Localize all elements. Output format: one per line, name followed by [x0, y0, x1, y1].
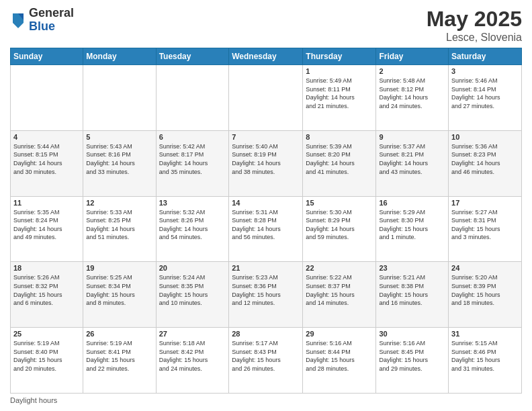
- calendar-table: Sunday Monday Tuesday Wednesday Thursday…: [10, 48, 522, 394]
- calendar-week-row: 11Sunrise: 5:35 AM Sunset: 8:24 PM Dayli…: [11, 196, 522, 262]
- table-row: 20Sunrise: 5:24 AM Sunset: 8:35 PM Dayli…: [156, 262, 229, 328]
- day-number: 16: [379, 199, 445, 207]
- table-row: 17Sunrise: 5:27 AM Sunset: 8:31 PM Dayli…: [449, 196, 522, 262]
- day-number: 13: [159, 199, 226, 207]
- col-thursday: Thursday: [303, 48, 376, 65]
- calendar-header-row: Sunday Monday Tuesday Wednesday Thursday…: [11, 48, 522, 65]
- day-info: Sunrise: 5:44 AM Sunset: 8:15 PM Dayligh…: [13, 142, 80, 176]
- day-info: Sunrise: 5:36 AM Sunset: 8:23 PM Dayligh…: [451, 142, 519, 176]
- day-number: 11: [13, 199, 80, 207]
- day-number: 15: [306, 199, 373, 207]
- day-info: Sunrise: 5:39 AM Sunset: 8:20 PM Dayligh…: [306, 142, 373, 176]
- col-tuesday: Tuesday: [156, 48, 229, 65]
- day-info: Sunrise: 5:33 AM Sunset: 8:25 PM Dayligh…: [86, 208, 152, 242]
- day-info: Sunrise: 5:19 AM Sunset: 8:41 PM Dayligh…: [86, 339, 152, 373]
- day-number: 1: [306, 67, 373, 75]
- logo-general-text: General: [29, 7, 74, 20]
- table-row: 26Sunrise: 5:19 AM Sunset: 8:41 PM Dayli…: [83, 328, 156, 394]
- table-row: 22Sunrise: 5:22 AM Sunset: 8:37 PM Dayli…: [303, 262, 376, 328]
- day-number: 17: [451, 199, 519, 207]
- day-number: 3: [451, 67, 519, 75]
- day-info: Sunrise: 5:19 AM Sunset: 8:40 PM Dayligh…: [13, 339, 80, 373]
- table-row: 3Sunrise: 5:46 AM Sunset: 8:14 PM Daylig…: [449, 65, 522, 131]
- day-number: 12: [86, 199, 152, 207]
- day-number: 30: [379, 330, 445, 338]
- table-row: 28Sunrise: 5:17 AM Sunset: 8:43 PM Dayli…: [229, 328, 303, 394]
- col-monday: Monday: [83, 48, 156, 65]
- day-info: Sunrise: 5:23 AM Sunset: 8:36 PM Dayligh…: [232, 273, 300, 307]
- day-info: Sunrise: 5:29 AM Sunset: 8:30 PM Dayligh…: [379, 208, 445, 242]
- day-info: Sunrise: 5:15 AM Sunset: 8:46 PM Dayligh…: [451, 339, 519, 373]
- day-info: Sunrise: 5:30 AM Sunset: 8:29 PM Dayligh…: [306, 208, 373, 242]
- table-row: 21Sunrise: 5:23 AM Sunset: 8:36 PM Dayli…: [229, 262, 303, 328]
- day-info: Sunrise: 5:46 AM Sunset: 8:14 PM Dayligh…: [451, 77, 519, 110]
- day-info: Sunrise: 5:20 AM Sunset: 8:39 PM Dayligh…: [451, 273, 519, 307]
- day-info: Sunrise: 5:22 AM Sunset: 8:37 PM Dayligh…: [306, 273, 373, 307]
- calendar-week-row: 25Sunrise: 5:19 AM Sunset: 8:40 PM Dayli…: [11, 328, 522, 394]
- day-number: 21: [232, 264, 300, 272]
- calendar-week-row: 18Sunrise: 5:26 AM Sunset: 8:32 PM Dayli…: [11, 262, 522, 328]
- day-info: Sunrise: 5:17 AM Sunset: 8:43 PM Dayligh…: [232, 339, 300, 373]
- table-row: 15Sunrise: 5:30 AM Sunset: 8:29 PM Dayli…: [303, 196, 376, 262]
- col-wednesday: Wednesday: [229, 48, 303, 65]
- day-info: Sunrise: 5:25 AM Sunset: 8:34 PM Dayligh…: [86, 273, 152, 307]
- day-number: 19: [86, 264, 152, 272]
- day-info: Sunrise: 5:21 AM Sunset: 8:38 PM Dayligh…: [379, 273, 445, 307]
- day-number: 20: [159, 264, 226, 272]
- daylight-label: Daylight hours: [10, 396, 57, 404]
- table-row: 7Sunrise: 5:40 AM Sunset: 8:19 PM Daylig…: [229, 130, 303, 196]
- table-row: 14Sunrise: 5:31 AM Sunset: 8:28 PM Dayli…: [229, 196, 303, 262]
- day-info: Sunrise: 5:16 AM Sunset: 8:45 PM Dayligh…: [379, 339, 445, 373]
- generalblue-logo-icon: [10, 11, 26, 30]
- day-info: Sunrise: 5:18 AM Sunset: 8:42 PM Dayligh…: [159, 339, 226, 373]
- day-number: 14: [232, 199, 300, 207]
- day-number: 24: [451, 264, 519, 272]
- logo-blue-text: Blue: [29, 20, 74, 34]
- table-row: 10Sunrise: 5:36 AM Sunset: 8:23 PM Dayli…: [449, 130, 522, 196]
- day-info: Sunrise: 5:32 AM Sunset: 8:26 PM Dayligh…: [159, 208, 226, 242]
- table-row: 25Sunrise: 5:19 AM Sunset: 8:40 PM Dayli…: [11, 328, 83, 394]
- calendar-week-row: 4Sunrise: 5:44 AM Sunset: 8:15 PM Daylig…: [11, 130, 522, 196]
- calendar-week-row: 1Sunrise: 5:49 AM Sunset: 8:11 PM Daylig…: [11, 65, 522, 131]
- day-info: Sunrise: 5:35 AM Sunset: 8:24 PM Dayligh…: [13, 208, 80, 242]
- table-row: 4Sunrise: 5:44 AM Sunset: 8:15 PM Daylig…: [11, 130, 83, 196]
- page: General Blue May 2025 Lesce, Slovenia Su…: [0, 0, 532, 411]
- calendar-location: Lesce, Slovenia: [427, 32, 522, 44]
- table-row: 31Sunrise: 5:15 AM Sunset: 8:46 PM Dayli…: [449, 328, 522, 394]
- day-number: 7: [232, 133, 300, 141]
- day-info: Sunrise: 5:48 AM Sunset: 8:12 PM Dayligh…: [379, 77, 445, 110]
- day-number: 4: [13, 133, 80, 141]
- table-row: 9Sunrise: 5:37 AM Sunset: 8:21 PM Daylig…: [376, 130, 449, 196]
- table-row: 24Sunrise: 5:20 AM Sunset: 8:39 PM Dayli…: [449, 262, 522, 328]
- day-info: Sunrise: 5:40 AM Sunset: 8:19 PM Dayligh…: [232, 142, 300, 176]
- table-row: 19Sunrise: 5:25 AM Sunset: 8:34 PM Dayli…: [83, 262, 156, 328]
- table-row: 29Sunrise: 5:16 AM Sunset: 8:44 PM Dayli…: [303, 328, 376, 394]
- title-block: May 2025 Lesce, Slovenia: [427, 7, 522, 44]
- table-row: 13Sunrise: 5:32 AM Sunset: 8:26 PM Dayli…: [156, 196, 229, 262]
- day-number: 18: [13, 264, 80, 272]
- calendar-title: May 2025: [427, 7, 522, 32]
- col-friday: Friday: [376, 48, 449, 65]
- table-row: 6Sunrise: 5:42 AM Sunset: 8:17 PM Daylig…: [156, 130, 229, 196]
- day-number: 27: [159, 330, 226, 338]
- table-row: 12Sunrise: 5:33 AM Sunset: 8:25 PM Dayli…: [83, 196, 156, 262]
- table-row: 16Sunrise: 5:29 AM Sunset: 8:30 PM Dayli…: [376, 196, 449, 262]
- day-number: 9: [379, 133, 445, 141]
- col-sunday: Sunday: [11, 48, 83, 65]
- day-number: 25: [13, 330, 80, 338]
- day-number: 29: [306, 330, 373, 338]
- table-row: 5Sunrise: 5:43 AM Sunset: 8:16 PM Daylig…: [83, 130, 156, 196]
- table-row: 8Sunrise: 5:39 AM Sunset: 8:20 PM Daylig…: [303, 130, 376, 196]
- logo-text: General Blue: [29, 7, 74, 34]
- day-number: 28: [232, 330, 300, 338]
- day-info: Sunrise: 5:42 AM Sunset: 8:17 PM Dayligh…: [159, 142, 226, 176]
- table-row: [229, 65, 303, 131]
- table-row: 2Sunrise: 5:48 AM Sunset: 8:12 PM Daylig…: [376, 65, 449, 131]
- day-number: 10: [451, 133, 519, 141]
- footer: Daylight hours: [10, 396, 522, 404]
- day-number: 5: [86, 133, 152, 141]
- day-number: 6: [159, 133, 226, 141]
- day-number: 31: [451, 330, 519, 338]
- table-row: 11Sunrise: 5:35 AM Sunset: 8:24 PM Dayli…: [11, 196, 83, 262]
- table-row: 30Sunrise: 5:16 AM Sunset: 8:45 PM Dayli…: [376, 328, 449, 394]
